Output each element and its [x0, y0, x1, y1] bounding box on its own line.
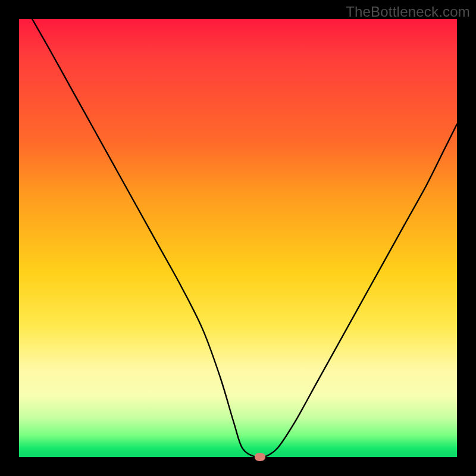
chart-frame: TheBottleneck.com	[0, 0, 476, 476]
bottleneck-curve	[19, 19, 457, 457]
plot-area	[19, 19, 457, 457]
optimal-point-marker	[255, 453, 265, 461]
watermark-text: TheBottleneck.com	[346, 4, 470, 20]
